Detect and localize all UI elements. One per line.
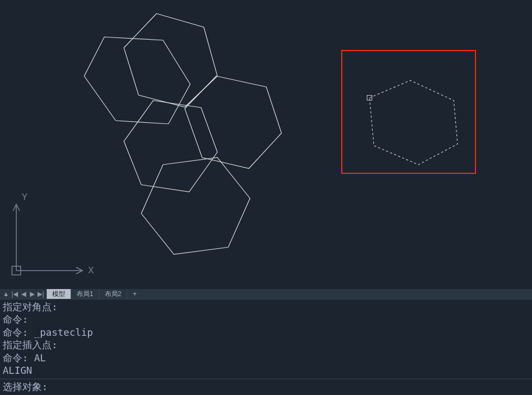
history-line: 指定对角点:: [3, 300, 529, 313]
tab-layout1[interactable]: 布局1: [71, 289, 99, 299]
command-history-panel[interactable]: 指定对角点: 命令: 命令: _pasteclip 指定插入点: 命令: AL …: [0, 299, 532, 378]
selected-hexagon[interactable]: [370, 80, 458, 165]
history-line: ALIGN: [3, 364, 529, 377]
tab-next-icon[interactable]: ▶: [28, 290, 36, 298]
history-line: 命令:: [3, 313, 529, 325]
history-line: 命令: AL: [3, 352, 529, 364]
tab-layout2[interactable]: 布局2: [99, 289, 128, 299]
hexagon-5[interactable]: [141, 158, 250, 254]
tab-last-icon[interactable]: ▶|: [37, 290, 45, 298]
tab-expand-icon[interactable]: ▲: [2, 290, 10, 298]
ucs-icon: Y X: [5, 189, 98, 284]
tab-prev-icon[interactable]: ◀: [20, 290, 27, 298]
history-line: 指定插入点:: [3, 338, 529, 351]
drawing-canvas[interactable]: Y X: [0, 0, 532, 289]
tab-model[interactable]: 模型: [47, 289, 71, 299]
layout-tab-bar: ▲ |◀ ◀ ▶ ▶| 模型 布局1 布局2 +: [0, 289, 532, 299]
ucs-y-label: Y: [22, 192, 28, 202]
hexagon-1[interactable]: [124, 14, 217, 107]
hexagon-2[interactable]: [185, 76, 281, 168]
selection-grip[interactable]: [367, 95, 372, 101]
tab-first-icon[interactable]: |◀: [11, 290, 18, 298]
hexagon-3[interactable]: [124, 101, 217, 192]
history-line: 命令: _pasteclip: [3, 326, 529, 338]
tab-add-button[interactable]: +: [127, 290, 142, 298]
command-prompt-line[interactable]: 选择对象:: [0, 379, 532, 395]
hexagon-4[interactable]: [84, 37, 190, 124]
tab-nav-controls: ▲ |◀ ◀ ▶ ▶|: [0, 290, 47, 298]
ucs-x-label: X: [88, 266, 94, 275]
